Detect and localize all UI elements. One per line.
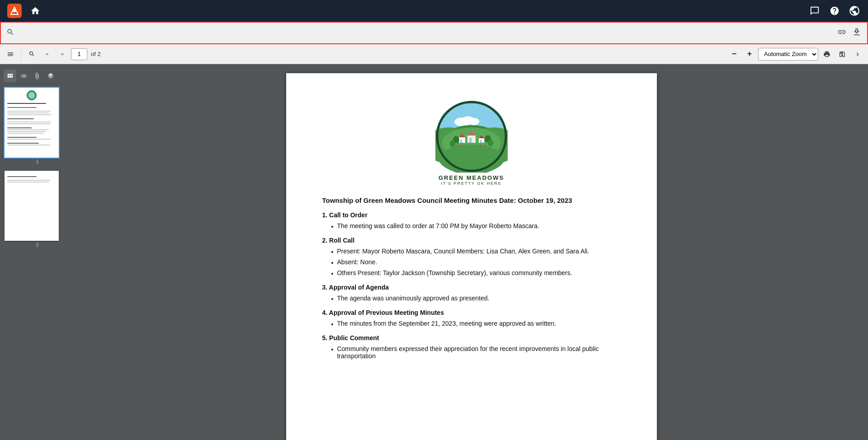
svg-point-24 [450,140,455,147]
bullet-dot: • [331,295,334,303]
thumbnail-page-1-image[interactable] [5,88,59,158]
app-logo[interactable] [7,4,22,18]
bullet-dot: • [331,248,334,256]
toggle-sidebar-button[interactable] [4,47,17,61]
bullet-dot: • [331,223,334,230]
print-button[interactable] [820,47,834,61]
thumbnail-page-1-label: 1 [5,158,70,165]
svg-rect-16 [469,138,472,143]
section-1-bullet-1: • The meeting was called to order at 7:0… [331,222,621,230]
section-2-bullet-2: • Absent: None. [331,258,621,267]
search-button[interactable] [25,47,38,61]
svg-point-1 [13,9,16,12]
section-2-heading: 2. Roll Call [322,237,621,244]
sidebar-tab-layers[interactable] [44,70,57,82]
bullet-dot: • [331,259,334,267]
url-input[interactable] [18,29,837,37]
pdf-page-1: GREEN MEADOWS IT'S PRETTY OK HERE Townsh… [286,73,657,440]
zoom-controls: − + Automatic Zoom 50% 75% 100% 125% 150… [727,47,818,61]
url-search-icon [6,28,14,38]
save-button[interactable] [835,47,849,61]
sidebar-tab-thumbnails[interactable] [4,70,16,82]
doc-logo-text: GREEN MEADOWS IT'S PRETTY OK HERE [322,174,621,186]
zoom-in-button[interactable]: + [743,47,756,61]
thumbnail-page-2-image[interactable] [5,171,59,241]
url-bar [0,22,868,44]
svg-point-25 [488,139,493,146]
section-2-bullet-3: • Others Present: Taylor Jackson (Townsh… [331,269,621,277]
bullet-dot: • [331,346,334,353]
sidebar-tab-outline[interactable] [17,70,30,82]
svg-point-34 [439,145,504,173]
document-area[interactable]: GREEN MEADOWS IT'S PRETTY OK HERE Townsh… [75,64,868,440]
svg-rect-19 [480,140,482,143]
section-3-heading: 3. Approval of Agenda [322,284,621,291]
chat-icon[interactable] [808,5,821,17]
globe-icon[interactable] [848,5,861,17]
section-5-heading: 5. Public Comment [322,334,621,342]
toolbar-separator-1 [21,50,21,59]
bullet-dot: • [331,270,334,277]
bullet-dot: • [331,321,334,328]
help-icon[interactable] [828,5,841,17]
section-4-bullet-1: • The minutes from the September 21, 202… [331,320,621,328]
download-icon[interactable] [852,27,862,39]
pdf-toolbar: 1 of 2 − + Automatic Zoom 50% 75% 100% 1… [0,44,868,64]
green-meadows-logo [435,100,508,173]
section-3-bullet-1: • The agenda was unanimously approved as… [331,295,621,303]
sidebar: 1 2 [0,64,75,440]
section-4-heading: 4. Approval of Previous Meeting Minutes [322,309,621,316]
section-5-bullet-1: • Community members expressed their appr… [331,345,621,360]
thumbnail-page-1[interactable]: 1 [5,88,70,165]
svg-point-6 [468,118,479,125]
section-1-heading: 1. Call to Order [322,211,621,219]
thumbnail-page-2[interactable]: 2 [5,171,70,248]
prev-page-button[interactable] [40,47,54,61]
top-navigation [0,0,868,22]
page-total: of 2 [91,51,101,57]
section-2-bullet-1: • Present: Mayor Roberto Mascara, Counci… [331,248,621,256]
zoom-out-button[interactable]: − [727,47,741,61]
document-logo-area: GREEN MEADOWS IT'S PRETTY OK HERE [322,100,621,186]
next-page-button[interactable] [56,47,69,61]
svg-rect-21 [455,143,457,145]
thumbnail-page-2-label: 2 [5,241,70,248]
page-number-input[interactable]: 1 [71,48,87,60]
zoom-select[interactable]: Automatic Zoom 50% 75% 100% 125% 150% 20… [758,48,818,61]
home-icon[interactable] [29,5,42,17]
main-area: 1 2 [0,64,868,440]
document-title: Township of Green Meadows Council Meetin… [322,197,621,204]
sidebar-tab-group [0,68,61,84]
sidebar-tab-attachments[interactable] [31,70,43,82]
more-options-button[interactable]: › [851,47,864,61]
thumbnail-container: 1 2 [0,88,75,248]
link-icon[interactable] [837,28,846,38]
toolbar-right-icons: › [820,47,864,61]
svg-rect-13 [460,140,462,143]
